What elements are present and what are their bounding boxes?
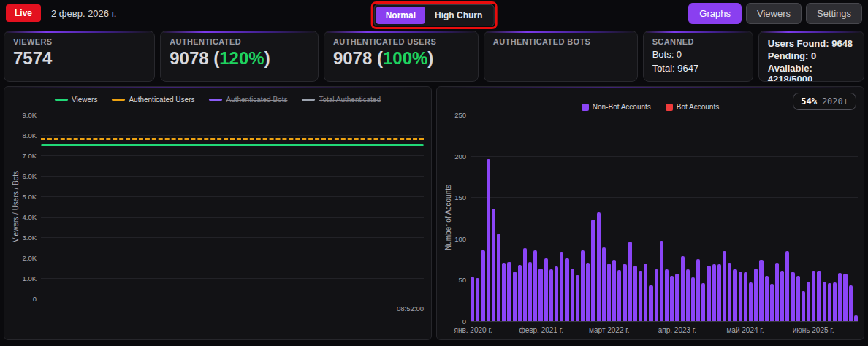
bar [628,242,632,321]
gridline [41,115,424,115]
authenticated-bots-card-label: AUTHENTICATED BOTS [493,37,628,46]
y-tick-label: 4.0K [9,213,37,221]
y-tick-label: 9.0K [9,111,37,119]
bar [828,283,831,321]
y-tick-label: 0 [438,318,466,326]
bar [471,277,474,321]
bar [817,271,821,321]
bar [759,260,763,321]
viewers-card-value: 7574 [13,48,145,69]
mode-option-high-churn[interactable]: High Churn [425,7,492,24]
bar [492,209,495,321]
bar [691,277,695,321]
bar [775,263,779,321]
legend-item-non-bot-accounts[interactable]: Non-Bot Accounts [582,103,651,111]
viewers-card: VIEWERS 7574 [4,31,155,82]
bar [849,285,853,321]
bar [707,266,710,321]
bar [555,266,558,321]
bar-chart-plot-area: 250200150100500янв. 2020 г.февр. 2021 г.… [471,115,858,321]
gridline [41,176,424,177]
line-chart-plot-area: 9.0K8.0K7.0K6.0K5.0K4.0K3.0K2.0K1.0K0 [41,115,424,299]
bars-container [471,115,858,321]
y-tick-label: 6.0K [9,172,37,180]
bar [607,264,611,321]
scanned-card-label: SCANNED [652,37,744,46]
bar [686,269,690,321]
bar [560,252,563,321]
bar [723,251,726,321]
bar [617,270,621,321]
live-badge: Live [6,4,41,22]
bar [739,272,742,321]
bar [765,276,769,321]
scanned-card: SCANNED Bots: 0 Total: 9647 [643,31,753,82]
authenticated-users-card: AUTHENTICATED USERS 9078 (100%) [324,31,479,82]
gridline [41,237,424,238]
authenticated-percent: 120% [219,48,264,68]
bar [476,278,479,321]
scanned-total: Total: 9647 [652,63,744,74]
x-tick-label: июнь 2025 г. [793,326,834,334]
nav-buttons: Graphs Viewers Settings [688,3,862,24]
bar [744,272,747,321]
bar [843,274,847,321]
bar [812,271,815,321]
authenticated-card: AUTHENTICATED 9078 (120%) [160,31,319,82]
bar [770,284,774,321]
bar [549,269,553,321]
legend-item-authenticated-users[interactable]: Authenticated Users [112,96,194,104]
x-tick-label: янв. 2020 г. [454,326,492,334]
authenticated-users-card-value: 9078 (100%) [333,48,469,69]
y-tick-label: 7.0K [9,152,37,160]
bar [701,283,705,321]
legend-item-viewers[interactable]: Viewers [55,96,97,104]
settings-button[interactable]: Settings [806,3,862,24]
available: Available: 4218/5000 [768,63,855,82]
capacity-card: Users Found: 9648 Pending: 0 Available: … [758,31,864,82]
gridline [41,299,424,299]
accounts-2020-badge: 54% 2020+ [793,93,856,110]
mode-option-normal[interactable]: Normal [376,7,425,24]
bar [780,271,784,321]
bar [513,272,517,321]
authenticated-users-swatch-icon [112,99,125,101]
bar [591,220,595,321]
line-chart-time-label: 08:52:00 [397,304,424,312]
legend-item-total-authenticated[interactable]: Total Authenticated [302,96,381,104]
bar [649,285,652,321]
bar [644,264,647,321]
bar [571,269,574,321]
accounts-bar-chart-panel: Non-Bot Accounts Bot Accounts 54% 2020+ … [436,86,864,340]
bar [565,258,568,321]
bar [749,282,753,321]
top-bar: Live 2 февр. 2026 г. Normal High Churn G… [0,0,868,26]
bar [528,262,532,322]
bar [538,269,542,321]
bar [791,272,794,321]
bar [823,282,826,321]
viewers-line-chart-panel: Viewers Authenticated Users Authenticate… [4,86,432,340]
graphs-button[interactable]: Graphs [688,3,742,24]
y-tick-label: 250 [438,111,466,119]
y-tick-label: 100 [438,235,466,243]
legend-item-authenticated-bots[interactable]: Authenticated Bots [209,96,287,104]
bar [802,291,805,321]
bar [518,265,522,321]
bar [533,250,537,321]
gridline [41,196,424,197]
bar [639,271,642,321]
non-bot-accounts-swatch-icon [582,104,589,111]
y-tick-label: 5.0K [9,193,37,201]
bar [670,276,674,321]
line-chart-y-axis-title: Viewers / Users / Bots [12,171,20,242]
y-tick-label: 50 [438,276,466,284]
series-line [41,144,424,146]
bar [785,251,789,321]
users-found: Users Found: 9648 [768,38,855,49]
viewers-button[interactable]: Viewers [746,3,802,24]
bar [507,262,511,322]
y-tick-label: 200 [438,153,466,161]
bar [712,264,716,321]
legend-item-bot-accounts[interactable]: Bot Accounts [666,103,719,111]
